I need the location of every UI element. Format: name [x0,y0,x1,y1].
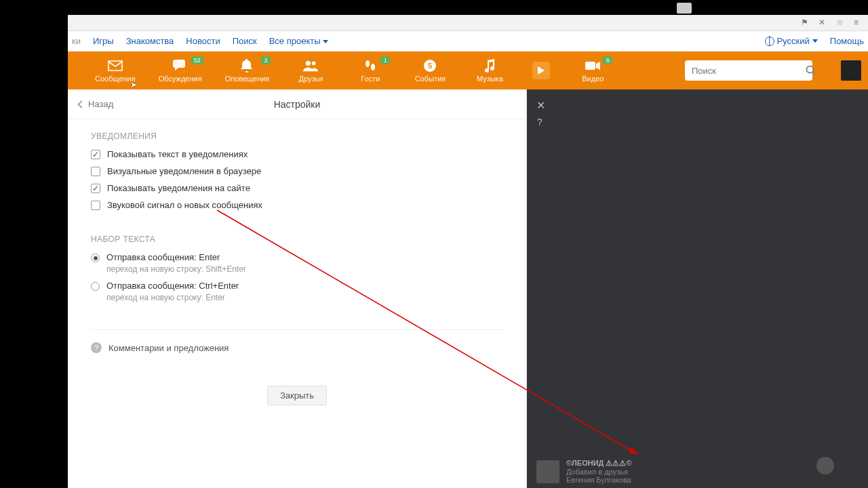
events-icon: 5 [422,59,437,73]
nav-label: Музыка [477,75,503,83]
question-icon: ? [91,342,102,353]
nav-messages[interactable]: Сообщения [95,59,136,83]
system-tray-icon [677,3,692,14]
section-title: НАБОР ТЕКСТА [91,235,503,244]
people-icon [303,59,318,73]
dark-sidebar: ✕ ? ©ЛЕОНИД ⚠⚠⚠© Добавил в друзья Евгени… [527,89,868,488]
svg-point-2 [366,60,370,67]
checkbox-icon [91,201,100,210]
svg-point-7 [807,66,814,73]
radio-enter[interactable]: Отправка сообщения: Enter [91,252,503,262]
nav-search[interactable]: Поиск [233,31,257,52]
globe-icon [765,37,774,46]
svg-point-0 [306,60,311,65]
section-typing: НАБОР ТЕКСТА Отправка сообщения: Enter п… [68,222,526,314]
camera-icon [585,59,600,73]
svg-rect-6 [585,62,595,70]
nav-dating[interactable]: Знакомства [126,31,174,52]
checkbox-icon [91,184,100,193]
nav-label: Друзья [299,75,323,83]
bell-icon [239,59,254,73]
nav-notifications[interactable]: 2 Оповещения [225,59,270,83]
nav-cut-text: ки [72,31,81,52]
feedback-label: Комментарии и предложения [108,343,229,353]
checkbox-icon [91,150,100,159]
nav-help[interactable]: Помощь [830,31,864,52]
badge: 6 [603,56,612,64]
nav-label: События [415,75,446,83]
radio-sublabel: переход на новую строку: Enter [106,293,503,302]
radio-icon [91,282,100,291]
checkbox-label: Звуковой сигнал о новых сообщениях [107,200,262,210]
play-icon [532,62,550,79]
nav-label: Гости [361,75,380,83]
feed-avatar [536,460,559,483]
content-row: Назад Настройки УВЕДОМЛЕНИЯ Показывать т… [68,89,868,488]
svg-point-3 [371,64,375,70]
checkbox-label: Показывать уведомления на сайте [107,183,250,193]
panel-header: Назад Настройки [68,89,526,119]
close-button[interactable]: Закрыть [267,386,327,405]
checkbox-sound[interactable]: Звуковой сигнал о новых сообщениях [91,200,503,210]
nav-video[interactable]: 6 Видео [574,59,611,83]
checkbox-label: Визуальные уведомления в браузере [107,166,261,176]
feedback-link[interactable]: ? Комментарии и предложения [68,330,526,365]
nav-play[interactable] [531,62,551,79]
svg-point-1 [312,61,316,65]
checkbox-browser-notif[interactable]: Визуальные уведомления в браузере [91,166,503,176]
avatar[interactable] [841,60,861,81]
badge: 52 [191,56,203,64]
footprints-icon [363,59,378,73]
nav-events[interactable]: 5 События [412,59,448,83]
top-nav: ки Игры Знакомства Новости Поиск Все про… [68,31,868,52]
settings-panel: Назад Настройки УВЕДОМЛЕНИЯ Показывать т… [68,89,527,488]
nav-label: Обсуждения [159,75,202,83]
browser-extension-icons[interactable]: ⚑ ✕ ☆ ≡ [801,18,863,27]
nav-music[interactable]: Музыка [471,59,508,83]
browser-toolbar: ⚑ ✕ ☆ ≡ [68,15,868,31]
music-icon [482,59,497,73]
nav-friends[interactable]: Друзья [292,59,329,83]
panel-title: Настройки [68,99,526,110]
language-select[interactable]: Русский [765,31,818,52]
svg-text:5: 5 [428,62,432,70]
caret-down-icon [812,39,818,43]
chat-icon [173,59,188,73]
radio-label: Отправка сообщения: Ctrl+Enter [106,281,239,291]
help-icon[interactable]: ? [537,117,542,127]
radio-label: Отправка сообщения: Enter [106,252,220,262]
nav-projects-label: Все проекты [269,36,321,46]
envelope-icon [108,59,123,73]
nav-label: Оповещения [225,75,270,83]
search-box[interactable] [685,60,812,81]
search-input[interactable] [692,66,806,76]
nav-projects[interactable]: Все проекты [269,31,329,52]
app-root: ки Игры Знакомства Новости Поиск Все про… [68,31,868,488]
search-icon[interactable] [806,64,816,77]
nav-news[interactable]: Новости [186,31,220,52]
feed-secondary-avatar[interactable] [816,457,834,474]
nav-discussions[interactable]: 52 Обсуждения [159,59,202,83]
radio-ctrl-enter[interactable]: Отправка сообщения: Ctrl+Enter [91,281,503,291]
feed-who: Евгения Булгакова [566,476,632,484]
checkbox-site-notif[interactable]: Показывать уведомления на сайте [91,183,503,193]
badge: 2 [261,56,271,64]
nav-label: Сообщения [95,75,136,83]
close-icon[interactable]: ✕ [536,99,545,112]
checkbox-label: Показывать текст в уведомлениях [107,149,248,159]
radio-sublabel: переход на новую строку: Shift+Enter [106,264,503,274]
checkbox-icon [91,167,100,176]
feed-card[interactable]: ©ЛЕОНИД ⚠⚠⚠© Добавил в друзья Евгения Бу… [536,459,807,484]
section-notifications: УВЕДОМЛЕНИЯ Показывать текст в уведомлен… [68,119,526,222]
nav-guests[interactable]: 1 Гости [352,59,389,83]
feed-name: ©ЛЕОНИД ⚠⚠⚠© [566,459,632,468]
feed-text: ©ЛЕОНИД ⚠⚠⚠© Добавил в друзья Евгения Бу… [566,459,632,484]
nav-games[interactable]: Игры [93,31,114,52]
nav-label: Видео [582,75,604,83]
orange-nav: Сообщения 52 Обсуждения 2 Оповещения Дру… [68,52,868,89]
section-title: УВЕДОМЛЕНИЯ [91,131,503,141]
language-label: Русский [777,31,810,52]
caret-down-icon [323,40,328,43]
checkbox-show-text[interactable]: Показывать текст в уведомлениях [91,149,503,159]
feed-action: Добавил в друзья [566,468,632,476]
